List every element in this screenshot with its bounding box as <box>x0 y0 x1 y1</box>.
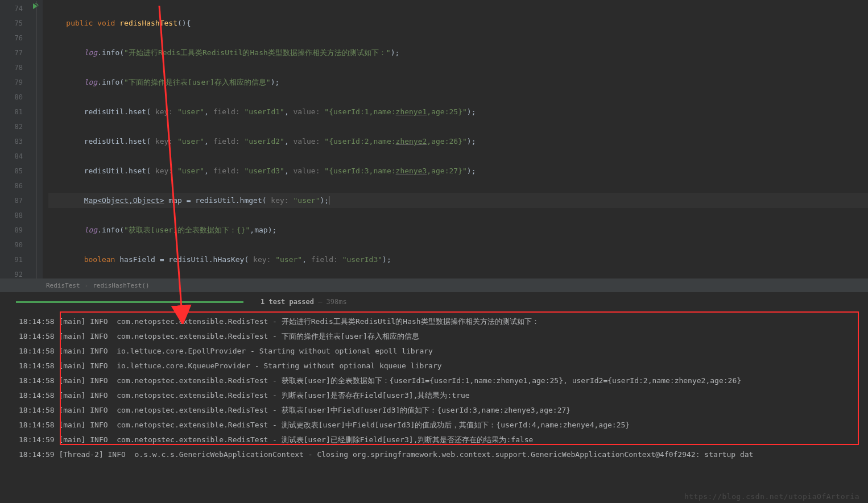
breadcrumb-class[interactable]: RedisTest <box>43 282 84 289</box>
line-number: 78 <box>0 60 23 75</box>
line-number: 87 <box>0 193 23 208</box>
progress-bar <box>16 301 243 303</box>
chevron-right-icon: › <box>84 282 90 289</box>
line-number: 89 <box>0 223 23 238</box>
console-line: 18:14:58 [main] INFO com.netopstec.exten… <box>19 314 868 329</box>
test-time-label: – 398ms <box>314 298 347 306</box>
run-test-icon[interactable] <box>31 2 39 12</box>
console-line: 18:14:58 [main] INFO com.netopstec.exten… <box>19 373 868 388</box>
line-number: 86 <box>0 178 23 193</box>
code-line: redisUtil.hset( key: "user", field: "use… <box>48 105 868 119</box>
code-line: Map<Object,Object> map = redisUtil.hmget… <box>48 193 868 208</box>
console-line: 18:14:58 [main] INFO io.lettuce.core.Kqu… <box>19 359 868 373</box>
breadcrumb[interactable]: RedisTest › redisHashTest() <box>0 278 868 292</box>
line-number: 90 <box>0 238 23 252</box>
console-output[interactable]: 18:14:58 [main] INFO com.netopstec.exten… <box>0 311 868 503</box>
run-tool-window: 1 test passed – 398ms 18:14:58 [main] IN… <box>0 292 868 503</box>
line-number: 92 <box>0 267 23 282</box>
line-number: 81 <box>0 105 23 119</box>
code-line: boolean hasField = redisUtil.hHasKey( ke… <box>48 252 868 267</box>
code-line: redisUtil.hset( key: "user", field: "use… <box>48 134 868 149</box>
line-number: 82 <box>0 119 23 134</box>
line-number: 91 <box>0 252 23 267</box>
test-passed-label: 1 test passed <box>261 298 314 306</box>
console-line: 18:14:58 [main] INFO com.netopstec.exten… <box>19 388 868 403</box>
line-number: 83 <box>0 134 23 149</box>
line-gutter: 74 75 76 77 78 79 80 81 82 83 84 85 86 8… <box>0 0 31 278</box>
code-content[interactable]: public void redisHashTest(){ log.info("开… <box>43 0 868 278</box>
console-line: 18:14:59 [main] INFO com.netopstec.exten… <box>19 433 868 447</box>
line-number: 76 <box>0 31 23 45</box>
console-line: 18:14:58 [main] INFO com.netopstec.exten… <box>19 403 868 418</box>
console-line: 18:14:58 [main] INFO com.netopstec.exten… <box>19 418 868 433</box>
gutter-icons <box>31 0 43 278</box>
console-line: 18:14:58 [main] INFO com.netopstec.exten… <box>19 329 868 344</box>
line-number: 75 <box>0 16 23 31</box>
code-line: log.info("获取表[user]的全表数据如下：{}",map); <box>48 223 868 238</box>
code-line: public void redisHashTest(){ <box>48 16 868 31</box>
console-line: 18:14:59 [Thread-2] INFO o.s.w.c.s.Gener… <box>19 447 868 462</box>
line-number: 77 <box>0 45 23 60</box>
code-editor[interactable]: 74 75 76 77 78 79 80 81 82 83 84 85 86 8… <box>0 0 868 278</box>
code-line: redisUtil.hset( key: "user", field: "use… <box>48 164 868 178</box>
line-number: 88 <box>0 208 23 223</box>
line-number: 79 <box>0 75 23 90</box>
line-number: 84 <box>0 149 23 164</box>
console-line: 18:14:58 [main] INFO io.lettuce.core.Epo… <box>19 344 868 359</box>
line-number: 74 <box>0 1 23 16</box>
line-number: 85 <box>0 164 23 178</box>
line-number: 80 <box>0 90 23 105</box>
watermark: https://blog.csdn.net/utopiaOfArtoria <box>684 492 859 501</box>
test-status-bar: 1 test passed – 398ms <box>0 292 868 311</box>
code-line: log.info("下面的操作是往表[user]存入相应的信息"); <box>48 75 868 90</box>
code-line: log.info("开始进行Redis工具类RedisUtil的Hash类型数据… <box>48 45 868 60</box>
breadcrumb-method[interactable]: redisHashTest() <box>89 282 152 289</box>
